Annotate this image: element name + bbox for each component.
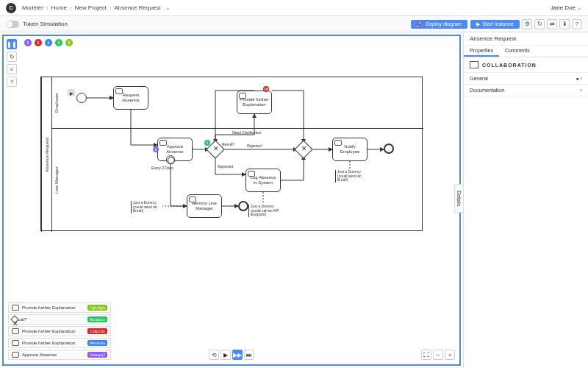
zoom-out-icon[interactable]: −: [433, 350, 443, 360]
task-log[interactable]: Log Absence in System: [245, 169, 281, 192]
rocket-icon: 🚀: [417, 21, 423, 27]
legend-item[interactable]: Result?0kxmp1n: [8, 314, 111, 325]
play-step-back[interactable]: ⟲: [209, 350, 219, 360]
tab-comments[interactable]: Comments: [499, 46, 536, 57]
refresh-tool[interactable]: ↻: [7, 52, 17, 62]
start-play-icon[interactable]: ▶: [68, 89, 75, 96]
task-provide[interactable]: Provide further Explanation: [237, 91, 272, 114]
play-icon: ▶: [476, 21, 480, 27]
play-ffwd[interactable]: ⏭: [244, 350, 254, 360]
help-icon[interactable]: ?: [572, 19, 582, 29]
task-request[interactable]: Request Absence: [113, 86, 148, 110]
bpmn-pool: Absence Request Employee Line Manager: [40, 77, 423, 231]
task-approve[interactable]: Approve Absence: [157, 138, 193, 161]
panel-title: Absence Request: [464, 32, 588, 46]
end-event-remind[interactable]: [238, 201, 248, 211]
canvas[interactable]: ❚❚ ↻ ≡ ? 1 1 1 1 1 Absence Request Emplo…: [2, 35, 461, 366]
tab-properties[interactable]: Properties: [464, 46, 499, 57]
end-event[interactable]: [384, 144, 394, 154]
log-tool[interactable]: ≡: [7, 64, 17, 74]
user-menu[interactable]: Jane Doe: [551, 4, 576, 11]
breadcrumb-app[interactable]: Modeler: [22, 4, 43, 11]
breadcrumb-home[interactable]: Home: [51, 4, 67, 11]
collaboration-icon: [470, 61, 478, 68]
section-collaboration: COLLABORATION: [464, 57, 588, 73]
zoom-fit-icon[interactable]: ⛶: [421, 350, 431, 360]
breadcrumb-file[interactable]: Absence Request: [114, 4, 160, 11]
legend: Provide further Explanationlghi6po Resul…: [8, 302, 111, 360]
details-collapse-tab[interactable]: Details: [454, 184, 463, 213]
task-notify[interactable]: Notify Employee: [332, 138, 368, 161]
token-counters: 1 1 1 1 1: [24, 39, 73, 46]
playback-controls: ⟲ ▶ ▶▶ ⏭: [209, 350, 254, 360]
row-documentation[interactable]: Documentation›: [464, 85, 588, 96]
start-event[interactable]: [76, 93, 87, 103]
lane-manager: Line Manager: [51, 129, 423, 232]
row-general[interactable]: General● ›: [464, 73, 588, 85]
history-icon[interactable]: ↻: [534, 19, 545, 29]
legend-item[interactable]: Provide further Explanation09v4v5a: [8, 338, 111, 348]
properties-panel: Absence Request Properties Comments COLL…: [463, 32, 588, 368]
start-instance-button[interactable]: ▶Start instance: [470, 20, 520, 29]
token-sim-toggle[interactable]: [6, 21, 19, 28]
token-sim-label: Token Simulation: [23, 21, 68, 27]
play-step[interactable]: ▶: [220, 350, 231, 360]
timer-event[interactable]: [166, 155, 175, 164]
share-icon[interactable]: ⚙: [522, 19, 532, 29]
legend-item[interactable]: Approve Absence1kawyq7: [8, 350, 111, 360]
task-remind[interactable]: Remind Line Manager: [187, 194, 222, 218]
deploy-button[interactable]: 🚀Deploy diagram: [411, 20, 467, 29]
play-fast[interactable]: ▶▶: [232, 350, 243, 360]
zoom-in-icon[interactable]: +: [445, 350, 455, 360]
pause-tool[interactable]: ❚❚: [7, 39, 17, 49]
legend-item[interactable]: Provide further Explanationlghi6po: [8, 302, 111, 313]
help-tool[interactable]: ?: [7, 77, 17, 87]
legend-item[interactable]: Provide further Explanation124pc6o: [8, 326, 111, 336]
link-icon[interactable]: ⇄: [547, 19, 557, 29]
download-icon[interactable]: ⬇: [559, 19, 570, 29]
app-logo: C: [6, 3, 16, 13]
zoom-controls: ⛶ − +: [421, 350, 455, 360]
breadcrumb-project[interactable]: New Project: [75, 4, 107, 11]
